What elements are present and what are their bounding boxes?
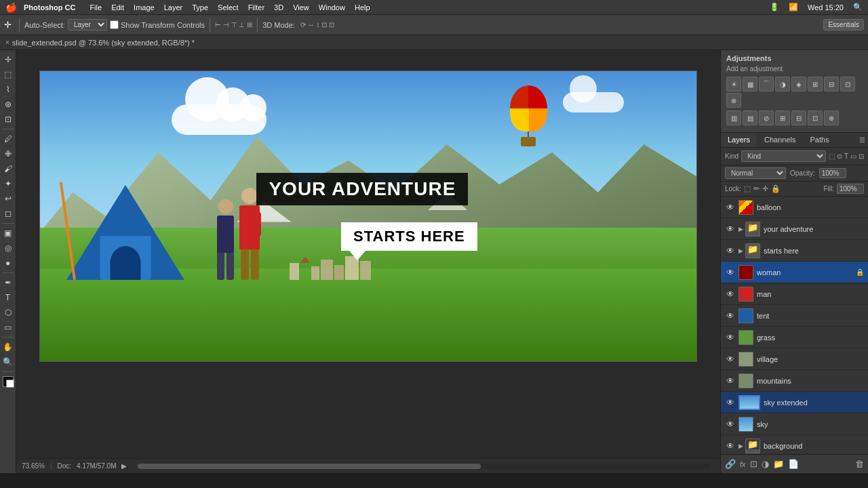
layer-vis-village[interactable]: 👁 [725, 354, 736, 365]
gradmap-icon[interactable]: ⊡ [808, 110, 823, 125]
layer-vis-man[interactable]: 👁 [725, 289, 736, 300]
path-tool[interactable]: ⬡ [1, 306, 15, 319]
curves-icon[interactable]: ⌒ [759, 77, 774, 92]
colorbalance-icon[interactable]: ⊟ [824, 77, 839, 92]
menu-3d[interactable]: 3D [269, 0, 288, 15]
hand-tool[interactable]: ✋ [1, 340, 15, 354]
vibrance-icon[interactable]: ◈ [791, 77, 806, 92]
menu-type[interactable]: Type [187, 0, 213, 15]
apple-menu[interactable]: 🍎 [5, 2, 17, 13]
transform-controls-checkbox[interactable] [110, 20, 119, 29]
layer-item-sky[interactable]: 👁 sky [721, 413, 868, 435]
lock-transparent-icon[interactable]: ⬚ [744, 184, 751, 193]
doc-arrow[interactable]: ▶ [121, 462, 127, 470]
layer-vis-starts-here[interactable]: 👁 [725, 245, 736, 256]
canvas[interactable]: YOUR ADVENTURE STARTS HERE [39, 70, 697, 362]
search-icon[interactable]: 🔍 [853, 3, 863, 12]
pen-tool[interactable]: ✒ [1, 276, 15, 289]
photofilter-icon[interactable]: ⊗ [726, 93, 741, 108]
blur-tool[interactable]: ◎ [1, 241, 15, 255]
exposure-icon[interactable]: ◑ [775, 77, 790, 92]
layer-vis-mountains[interactable]: 👁 [725, 375, 736, 386]
crop-tool[interactable]: ⊡ [1, 113, 15, 126]
group-arrow-starts-here[interactable]: ▶ [738, 247, 745, 254]
filter-text-icon[interactable]: T [844, 152, 848, 160]
channelmixer-icon[interactable]: ▥ [726, 110, 741, 125]
layer-item-your-adventure[interactable]: 👁 ▶ 📁 your adventure [721, 218, 868, 240]
clone-tool[interactable]: ✦ [1, 177, 15, 190]
layer-vis-woman[interactable]: 👁 [725, 267, 736, 278]
layer-item-village[interactable]: 👁 village [721, 348, 868, 370]
history-brush-tool[interactable]: ↩ [1, 192, 15, 205]
brightness-icon[interactable]: ☀ [726, 77, 741, 92]
layer-kind-select[interactable]: Kind Name Effect Mode [741, 150, 826, 162]
lock-position-icon[interactable]: ✛ [762, 184, 768, 193]
posterize-icon[interactable]: ⊞ [775, 110, 790, 125]
tab-close-btn[interactable]: × [5, 39, 9, 46]
fill-input[interactable] [837, 184, 864, 194]
opacity-input[interactable] [819, 168, 846, 178]
hsl-icon[interactable]: ⊞ [808, 77, 823, 92]
threshold-icon[interactable]: ⊟ [791, 110, 806, 125]
invert-icon[interactable]: ⊘ [759, 110, 774, 125]
menu-select[interactable]: Select [213, 0, 243, 15]
essentials-btn[interactable]: Essentials [823, 19, 864, 30]
menu-layer[interactable]: Layer [159, 0, 188, 15]
menu-file[interactable]: File [85, 0, 106, 15]
layer-vis-sky-extended[interactable]: 👁 [725, 397, 736, 408]
layer-item-woman[interactable]: 👁 woman 🔒 [721, 262, 868, 283]
layer-item-sky-extended[interactable]: 👁 sky extended [721, 392, 868, 413]
gradient-tool[interactable]: ▣ [1, 226, 15, 240]
layer-vis-tent[interactable]: 👁 [725, 310, 736, 321]
layer-item-mountains[interactable]: 👁 mountains [721, 370, 868, 392]
text-tool[interactable]: T [1, 291, 15, 304]
lock-all-icon[interactable]: 🔒 [771, 184, 781, 193]
dodge-tool[interactable]: ● [1, 256, 15, 270]
healing-tool[interactable]: ✙ [1, 147, 15, 161]
filter-shape-icon[interactable]: ▭ [850, 152, 856, 160]
zoom-tool[interactable]: 🔍 [1, 355, 15, 369]
layer-item-starts-here[interactable]: 👁 ▶ 📁 starts here [721, 240, 868, 262]
tab-channels[interactable]: Channels [757, 133, 803, 147]
layer-vis-sky[interactable]: 👁 [725, 419, 736, 430]
menu-filter[interactable]: Filter [243, 0, 269, 15]
move-tool-icon[interactable]: ✛ [4, 20, 12, 30]
canvas-area[interactable]: YOUR ADVENTURE STARTS HERE 73.65% | Doc:… [16, 50, 720, 473]
blend-mode-select[interactable]: Normal Multiply Screen Overlay [725, 167, 786, 179]
hscrollbar-thumb[interactable] [138, 464, 481, 469]
layer-vis-your-adventure[interactable]: 👁 [725, 224, 736, 235]
delete-layer-icon[interactable]: 🗑 [855, 459, 864, 469]
background-color[interactable] [6, 380, 14, 388]
tab-paths[interactable]: Paths [804, 133, 837, 147]
colorlookup-icon[interactable]: ▤ [743, 110, 757, 125]
move-tool[interactable]: ✛ [1, 53, 15, 66]
adjustments-icon[interactable]: ◑ [762, 459, 769, 469]
levels-icon[interactable]: ▦ [743, 77, 757, 92]
brush-tool[interactable]: 🖌 [1, 162, 15, 176]
lock-image-icon[interactable]: ✏ [753, 184, 760, 193]
layer-item-tent[interactable]: 👁 tent [721, 305, 868, 327]
hscrollbar-track[interactable] [138, 464, 709, 469]
group-arrow-your-adventure[interactable]: ▶ [738, 226, 745, 232]
new-layer-icon[interactable]: 📄 [788, 459, 799, 469]
selectcolor-icon[interactable]: ⊗ [824, 110, 839, 125]
tab-layers[interactable]: Layers [721, 133, 757, 147]
quick-select-tool[interactable]: ⊛ [1, 98, 15, 111]
eyedropper-tool[interactable]: 🖊 [1, 132, 15, 146]
layer-item-grass[interactable]: 👁 grass [721, 327, 868, 348]
bw-icon[interactable]: ⊡ [840, 77, 855, 92]
layer-item-man[interactable]: 👁 man [721, 283, 868, 305]
lasso-tool[interactable]: ⌇ [1, 83, 15, 96]
group-arrow-background[interactable]: ▶ [738, 443, 745, 449]
layer-vis-balloon[interactable]: 👁 [725, 202, 736, 213]
filter-smart-icon[interactable]: ⊡ [859, 152, 864, 160]
layer-item-background[interactable]: 👁 ▶ 📁 background [721, 435, 868, 454]
menu-window[interactable]: Window [314, 0, 350, 15]
autoselect-select[interactable]: Layer Group [68, 19, 107, 30]
foreground-color[interactable] [3, 376, 14, 387]
layer-vis-background[interactable]: 👁 [725, 441, 736, 451]
filter-adj-icon[interactable]: ⊙ [837, 152, 842, 160]
eraser-tool[interactable]: ◻ [1, 207, 15, 220]
shape-tool[interactable]: ▭ [1, 321, 15, 334]
filter-pixel-icon[interactable]: ⬚ [829, 152, 835, 160]
